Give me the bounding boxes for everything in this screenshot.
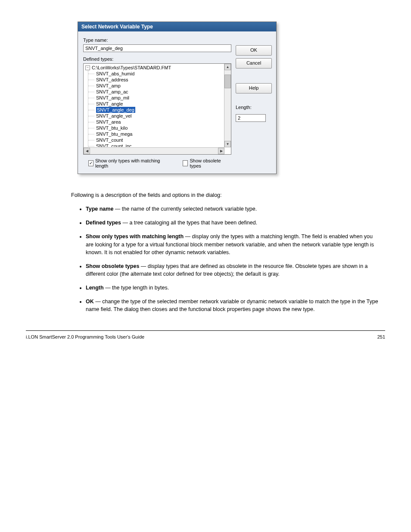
tree-item-label: SNVT_area	[96, 119, 121, 125]
tree-item[interactable]: SNVT_address	[88, 77, 224, 83]
term: OK	[86, 299, 94, 305]
tree-root-label: C:\LonWorks\Types\STANDARD.FMT	[92, 65, 171, 71]
length-value: 2	[236, 114, 266, 122]
show-obsolete-checkbox[interactable]: Show obsolete types	[183, 158, 226, 168]
ok-button[interactable]: OK	[236, 45, 272, 56]
tree-item-label: SNVT_amp_mil	[96, 95, 129, 101]
tree-item[interactable]: SNVT_angle_vel	[88, 113, 224, 119]
footer-page-number: 251	[377, 334, 385, 339]
tree-item[interactable]: SNVT_abs_humid	[88, 71, 224, 77]
show-matching-label: Show only types with matching length	[95, 158, 161, 168]
tree-item[interactable]: SNVT_amp_mil	[88, 95, 224, 101]
select-nv-type-dialog: Select Network Variable Type Type name: …	[78, 22, 277, 174]
length-label: Length:	[236, 105, 272, 110]
list-item: Show obsolete types — display types that…	[86, 262, 379, 278]
type-name-input[interactable]	[83, 44, 231, 52]
footer-left: i.LON SmartServer 2.0 Programming Tools …	[26, 334, 144, 339]
tree-item-label: SNVT_abs_humid	[96, 71, 134, 77]
show-obsolete-label: Show obsolete types	[190, 158, 226, 168]
dialog-title: Select Network Variable Type	[78, 22, 276, 31]
tree-item-label: SNVT_count	[96, 137, 123, 143]
tree-root[interactable]: − C:\LonWorks\Types\STANDARD.FMT	[85, 65, 224, 71]
check-icon	[183, 160, 188, 166]
tree-item-label: SNVT_angle	[96, 101, 123, 107]
scroll-thumb[interactable]	[224, 75, 231, 88]
tree-item[interactable]: SNVT_area	[88, 119, 224, 125]
help-button[interactable]: Help	[236, 83, 272, 93]
term-description: — the name of the currently selected net…	[113, 206, 257, 212]
term: Type name	[86, 206, 113, 212]
tree-item[interactable]: SNVT_count	[88, 137, 224, 143]
tree-item-label: SNVT_angle_vel	[96, 113, 132, 119]
intro-text: Following is a description of the fields…	[71, 191, 379, 199]
check-icon: ✓	[88, 160, 93, 166]
scroll-left-icon[interactable]: ◀	[84, 148, 90, 154]
scroll-up-icon[interactable]: ▲	[224, 64, 231, 70]
tree-item-label: SNVT_btu_kilo	[96, 125, 128, 131]
tree-item-label: SNVT_address	[96, 77, 128, 83]
tree-item[interactable]: SNVT_amp_ac	[88, 89, 224, 95]
type-name-label: Type name:	[83, 37, 231, 43]
defined-types-label: Defined types:	[83, 56, 231, 62]
vertical-scrollbar[interactable]: ▲ ▼	[224, 64, 231, 147]
term: Show only types with matching length	[86, 233, 184, 240]
horizontal-scrollbar[interactable]: ◀ ▶	[84, 147, 224, 154]
cancel-button[interactable]: Cancel	[236, 58, 272, 68]
show-matching-checkbox[interactable]: ✓ Show only types with matching length	[88, 158, 161, 168]
scroll-down-icon[interactable]: ▼	[224, 141, 231, 147]
tree-item-label: SNVT_amp_ac	[96, 89, 128, 95]
term-description: — a tree cataloging all the types that h…	[121, 220, 257, 226]
term: Length	[86, 285, 104, 291]
defined-types-tree[interactable]: − C:\LonWorks\Types\STANDARD.FMT SNVT_ab…	[83, 63, 231, 155]
list-item: Type name — the name of the currently se…	[86, 205, 379, 213]
footer-rule	[26, 330, 385, 331]
term: Show obsolete types	[86, 263, 139, 269]
tree-item[interactable]: SNVT_btu_kilo	[88, 125, 224, 131]
tree-item-label: SNVT_btu_mega	[96, 131, 132, 137]
list-item: OK — change the type of the selected mem…	[86, 298, 379, 313]
scroll-right-icon[interactable]: ▶	[218, 148, 224, 154]
list-item: Length — the type length in bytes.	[86, 284, 379, 292]
tree-item-label: SNVT_count_inc	[96, 143, 132, 147]
term: Defined types	[86, 220, 121, 226]
tree-item[interactable]: SNVT_btu_mega	[88, 131, 224, 137]
tree-item[interactable]: SNVT_amp	[88, 83, 224, 89]
tree-item[interactable]: SNVT_angle_deg	[88, 107, 224, 113]
list-item: Show only types with matching length — d…	[86, 233, 379, 256]
tree-item-label: SNVT_angle_deg	[96, 107, 135, 113]
tree-item[interactable]: SNVT_angle	[88, 101, 224, 107]
term-description: — change the type of the selected member…	[86, 299, 378, 312]
term-description: — the type length in bytes.	[104, 285, 169, 291]
tree-item-label: SNVT_amp	[96, 83, 121, 89]
list-item: Defined types — a tree cataloging all th…	[86, 219, 379, 227]
minus-icon[interactable]: −	[85, 65, 90, 70]
tree-item[interactable]: SNVT_count_inc	[88, 143, 224, 147]
